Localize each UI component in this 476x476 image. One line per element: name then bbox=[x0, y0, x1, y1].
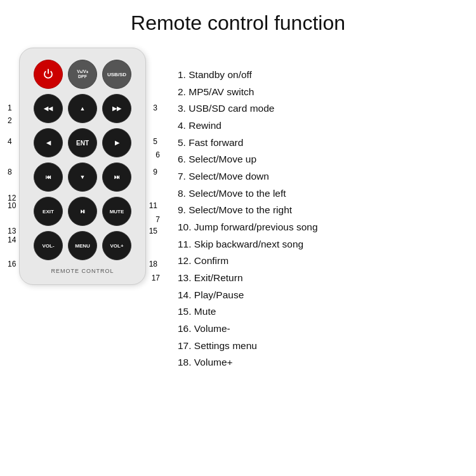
function-item-15: 15. Mute bbox=[178, 303, 463, 321]
num-13: 13 bbox=[8, 227, 16, 235]
function-item-13: 13. Exit/Return bbox=[178, 270, 463, 287]
exit-button[interactable]: EXIT bbox=[34, 197, 63, 226]
num-3: 3 bbox=[153, 103, 157, 112]
num-16: 16 bbox=[8, 260, 16, 268]
num-11: 11 bbox=[149, 201, 157, 210]
remote-label-text: REMOTE CONTROL bbox=[51, 268, 114, 274]
num-1: 1 bbox=[8, 103, 12, 112]
function-item-6: 6. Select/Move up bbox=[178, 151, 463, 168]
menu-button[interactable]: MENU bbox=[68, 231, 97, 260]
content-area: 1 2 4 8 12 10 13 14 16 3 5 6 9 11 7 15 1… bbox=[0, 41, 476, 371]
function-item-2: 2. MP5/AV switch bbox=[178, 84, 463, 101]
remote-row-5: EXIT ⏯ MUTE bbox=[34, 197, 131, 226]
function-item-5: 5. Fast forward bbox=[178, 135, 463, 152]
num-2: 2 bbox=[8, 116, 12, 125]
num-14: 14 bbox=[8, 235, 16, 244]
v1v2-button[interactable]: V₁/V₂DPF bbox=[68, 60, 97, 89]
num-7: 7 bbox=[155, 215, 160, 224]
right-button[interactable]: ▶ bbox=[102, 128, 131, 157]
function-item-12: 12. Confirm bbox=[178, 253, 463, 270]
num-10: 10 bbox=[8, 201, 16, 210]
num-15: 15 bbox=[149, 227, 157, 235]
functions-ul: 1. Standby on/off2. MP5/AV switch3. USB/… bbox=[178, 67, 463, 371]
function-item-10: 10. Jump forward/previous song bbox=[178, 219, 463, 236]
num-5: 5 bbox=[153, 137, 157, 146]
num-6: 6 bbox=[155, 150, 160, 159]
remote-row-3: ◀ ENT ▶ bbox=[34, 128, 131, 157]
fast-forward-button[interactable]: ▶▶ bbox=[102, 94, 131, 123]
function-item-1: 1. Standby on/off bbox=[178, 67, 463, 84]
function-item-11: 11. Skip backward/next song bbox=[178, 236, 463, 253]
remote-wrapper: 1 2 4 8 12 10 13 14 16 3 5 6 9 11 7 15 1… bbox=[19, 48, 146, 285]
num-18: 18 bbox=[149, 260, 157, 268]
num-17: 17 bbox=[152, 274, 160, 282]
left-button[interactable]: ◀ bbox=[34, 128, 63, 157]
down-button[interactable]: ▼ bbox=[68, 162, 97, 192]
remote-row-1: V₁/V₂DPF USB/SD bbox=[34, 60, 131, 89]
function-item-4: 4. Rewind bbox=[178, 117, 463, 135]
mute-button[interactable]: MUTE bbox=[102, 197, 131, 226]
function-item-16: 16. Volume- bbox=[178, 321, 463, 338]
remote-row-2: ◀◀ ▲ ▶▶ bbox=[34, 94, 131, 123]
remote-row-6: VOL- MENU VOL+ bbox=[34, 231, 131, 260]
prev-track-button[interactable]: ⏮ bbox=[34, 162, 63, 192]
num-9: 9 bbox=[153, 168, 157, 176]
remote-row-4: ⏮ ▼ ⏭ bbox=[34, 162, 131, 192]
vol-plus-button[interactable]: VOL+ bbox=[102, 231, 131, 260]
up-button[interactable]: ▲ bbox=[68, 94, 97, 123]
function-item-9: 9. Select/Move to the right bbox=[178, 202, 463, 219]
rewind-button[interactable]: ◀◀ bbox=[34, 94, 63, 123]
function-item-18: 18. Volume+ bbox=[178, 354, 463, 371]
remote-control: V₁/V₂DPF USB/SD ◀◀ ▲ ▶▶ ◀ ENT ▶ ⏮ ▼ ⏭ bbox=[19, 48, 146, 285]
play-pause-button[interactable]: ⏯ bbox=[68, 197, 97, 226]
functions-list: 1. Standby on/off2. MP5/AV switch3. USB/… bbox=[159, 48, 463, 371]
function-item-3: 3. USB/SD card mode bbox=[178, 100, 463, 117]
function-item-8: 8. Select/Move to the left bbox=[178, 185, 463, 202]
num-4: 4 bbox=[8, 137, 12, 146]
next-track-button[interactable]: ⏭ bbox=[102, 162, 131, 192]
num-8: 8 bbox=[8, 168, 12, 176]
function-item-17: 17. Settings menu bbox=[178, 338, 463, 355]
page-title: Remote control function bbox=[0, 0, 476, 41]
usbsd-button[interactable]: USB/SD bbox=[102, 60, 131, 89]
power-button[interactable] bbox=[34, 60, 63, 89]
ent-button[interactable]: ENT bbox=[68, 128, 97, 157]
vol-minus-button[interactable]: VOL- bbox=[34, 231, 63, 260]
function-item-14: 14. Play/Pause bbox=[178, 287, 463, 304]
function-item-7: 7. Select/Move down bbox=[178, 168, 463, 185]
